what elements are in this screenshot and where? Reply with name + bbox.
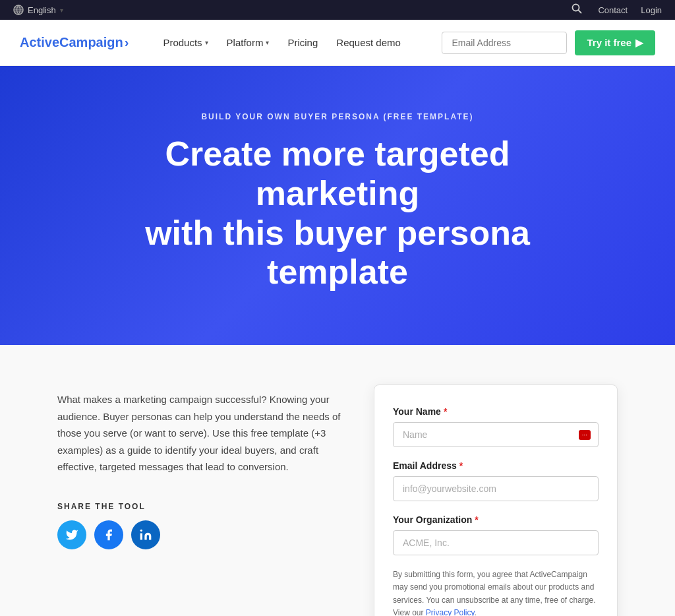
name-input[interactable] — [393, 422, 599, 447]
social-icons — [57, 520, 341, 549]
language-chevron: ▾ — [60, 7, 63, 14]
org-group: Your Organization * — [393, 514, 599, 555]
email-group: Email Address * — [393, 460, 599, 501]
logo-arrow: › — [125, 35, 129, 49]
twitter-share-button[interactable] — [57, 520, 86, 549]
nav-request-demo[interactable]: Request demo — [328, 32, 409, 53]
email-input[interactable] — [393, 476, 599, 501]
platform-chevron: ▾ — [266, 39, 269, 46]
linkedin-share-button[interactable] — [131, 520, 160, 549]
name-label: Your Name * — [393, 406, 599, 417]
name-required: * — [444, 406, 447, 417]
org-input[interactable] — [393, 530, 599, 555]
main-nav: ActiveCampaign› Products ▾ Platform ▾ Pr… — [0, 20, 675, 66]
nav-pricing[interactable]: Pricing — [279, 32, 326, 53]
hero-title: Create more targeted marketing with this… — [87, 135, 588, 292]
search-button[interactable] — [569, 1, 585, 20]
language-label: English — [28, 5, 56, 15]
left-content: What makes a marketing campaign successf… — [57, 385, 341, 549]
twitter-icon — [65, 528, 78, 541]
org-label: Your Organization * — [393, 514, 599, 525]
content-section: What makes a marketing campaign successf… — [0, 345, 675, 616]
globe-icon — [13, 5, 24, 15]
share-label: SHARE THE TOOL — [57, 502, 341, 511]
svg-line-2 — [579, 10, 581, 13]
search-icon — [572, 3, 582, 14]
logo-text: ActiveCampaign — [20, 35, 123, 49]
share-section: SHARE THE TOOL — [57, 502, 341, 549]
try-free-button[interactable]: Try it free ▶ — [575, 30, 655, 55]
facebook-icon — [102, 528, 115, 541]
linkedin-icon — [139, 528, 152, 541]
nav-links: Products ▾ Platform ▾ Pricing Request de… — [155, 32, 428, 53]
language-selector[interactable]: English ▾ — [13, 5, 63, 15]
login-link[interactable]: Login — [641, 5, 662, 15]
hero-label: BUILD YOUR OWN BUYER PERSONA (FREE TEMPL… — [20, 112, 655, 121]
top-bar-right: Contact Login — [569, 1, 662, 20]
email-required: * — [459, 460, 463, 471]
name-group: Your Name * ··· — [393, 406, 599, 447]
svg-point-4 — [140, 529, 142, 531]
top-bar: English ▾ Contact Login — [0, 0, 675, 20]
nav-platform[interactable]: Platform ▾ — [219, 32, 278, 53]
try-btn-arrow: ▶ — [635, 37, 643, 49]
org-required: * — [475, 514, 478, 525]
privacy-policy-link[interactable]: Privacy Policy — [426, 608, 475, 616]
nav-right: Try it free ▶ — [442, 30, 655, 55]
form-disclaimer: By submitting this form, you agree that … — [393, 569, 599, 616]
products-chevron: ▾ — [205, 39, 208, 46]
facebook-share-button[interactable] — [94, 520, 123, 549]
name-icon: ··· — [579, 430, 591, 440]
nav-products[interactable]: Products ▾ — [155, 32, 216, 53]
contact-link[interactable]: Contact — [598, 5, 628, 15]
form-card: Your Name * ··· Email Address * Your Org… — [374, 385, 618, 616]
name-input-wrapper: ··· — [393, 422, 599, 447]
logo[interactable]: ActiveCampaign› — [20, 35, 129, 50]
svg-rect-3 — [140, 533, 142, 539]
email-label: Email Address * — [393, 460, 599, 471]
description-text: What makes a marketing campaign successf… — [57, 391, 341, 476]
nav-email-input[interactable] — [442, 32, 567, 54]
hero-section: BUILD YOUR OWN BUYER PERSONA (FREE TEMPL… — [0, 66, 675, 345]
